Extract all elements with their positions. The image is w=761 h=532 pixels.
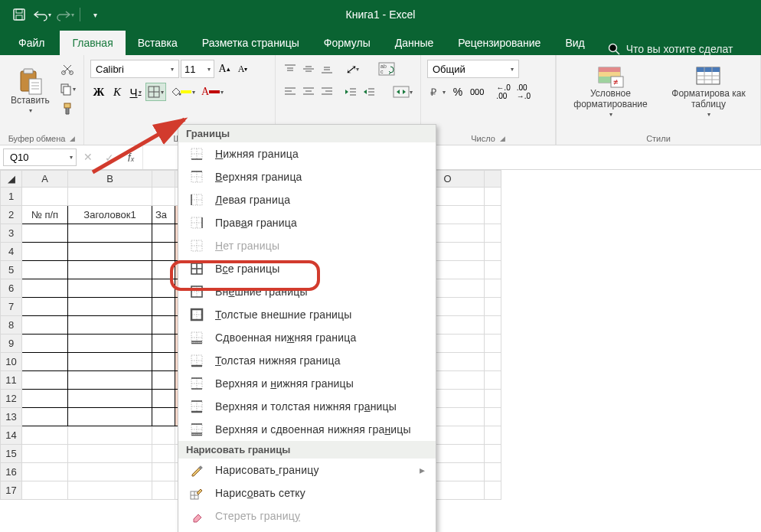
cell[interactable]: Заголовок1 [68,206,152,224]
accounting-format-button[interactable]: ₽▾ [427,83,448,101]
comma-button[interactable]: 000 [468,83,486,101]
row-header[interactable]: 13 [1,408,22,426]
cell[interactable] [485,353,501,371]
border-draw-item[interactable]: Нарисовать сетку [178,481,436,504]
cell[interactable] [68,353,152,371]
cell[interactable] [22,371,68,390]
font-color-button[interactable]: A ▾ [199,83,226,101]
wrap-text-button[interactable]: abc [377,60,397,78]
align-left-button[interactable] [282,83,299,101]
underline-button[interactable]: Ч▾ [127,83,144,101]
decrease-indent-button[interactable] [342,83,359,101]
cell[interactable] [22,298,68,316]
cell[interactable] [152,445,175,463]
cell[interactable] [485,445,501,463]
cell[interactable] [68,224,152,243]
cell[interactable] [485,206,501,224]
cell[interactable] [68,316,152,335]
format-as-table-button[interactable]: Форматирова как таблицу▾ [663,58,754,124]
align-center-button[interactable] [300,83,317,101]
row-header[interactable]: 1 [1,188,22,206]
border-menu-item[interactable]: Верхняя и нижняя границы [178,372,436,395]
increase-decimal-button[interactable]: ←.0.00 [494,83,512,101]
cell[interactable] [152,408,175,426]
tab-formulas[interactable]: Формулы [312,31,383,55]
bold-button[interactable]: Ж [90,83,107,101]
cell[interactable] [152,390,175,408]
cell[interactable] [22,316,68,335]
cell[interactable] [485,316,501,335]
cell[interactable] [22,408,68,426]
border-menu-item[interactable]: Нет границы [178,234,436,257]
qat-save-button[interactable] [10,5,28,24]
cell[interactable] [152,188,175,206]
select-all-corner[interactable]: ◢ [1,171,22,188]
row-header[interactable]: 8 [1,316,22,335]
cell[interactable] [22,224,68,243]
name-box[interactable]: Q10▾ [3,149,77,166]
qat-undo-button[interactable]: ▾ [33,5,51,24]
cell[interactable] [22,445,68,463]
tab-data[interactable]: Данные [383,31,446,55]
cell[interactable] [22,335,68,353]
cell[interactable] [485,298,501,316]
row-header[interactable]: 12 [1,390,22,408]
cell[interactable] [68,408,152,426]
cell[interactable] [485,408,501,426]
italic-button[interactable]: К [109,83,126,101]
tab-home[interactable]: Главная [60,31,125,55]
clipboard-dialog-launcher[interactable]: ◢ [70,135,75,142]
grow-font-button[interactable]: A▴ [216,60,233,78]
cell[interactable] [485,279,501,298]
col-header[interactable]: A [22,171,68,188]
orientation-button[interactable]: ⤢▾ [343,60,361,78]
cell[interactable] [22,188,68,206]
row-header[interactable]: 15 [1,445,22,463]
tab-page-layout[interactable]: Разметка страницы [190,31,312,55]
qat-redo-button[interactable]: ▾ [56,5,74,24]
row-header[interactable]: 6 [1,279,22,298]
cell[interactable] [152,316,175,335]
row-header[interactable]: 11 [1,371,22,390]
cell[interactable] [22,481,68,500]
border-menu-item[interactable]: Левая граница [178,188,436,211]
border-menu-item[interactable]: Все границы [178,257,436,280]
row-header[interactable]: 10 [1,353,22,371]
cut-button[interactable] [57,60,78,78]
row-header[interactable]: 17 [1,481,22,500]
cell[interactable] [68,463,152,481]
cell[interactable] [152,243,175,261]
cell[interactable] [485,390,501,408]
cell[interactable]: № п/п [22,206,68,224]
font-name-combo[interactable]: Calibri▾ [90,60,179,78]
cell[interactable] [152,335,175,353]
cell[interactable] [152,261,175,279]
tab-view[interactable]: Вид [553,31,596,55]
row-header[interactable]: 9 [1,335,22,353]
tell-me-search[interactable]: Что вы хотите сделат [608,43,733,55]
col-header[interactable]: B [68,171,152,188]
border-draw-item[interactable]: Стереть границу [178,504,436,527]
cell[interactable] [22,243,68,261]
cell[interactable] [152,481,175,500]
cell[interactable] [22,463,68,481]
cell[interactable] [152,224,175,243]
cell[interactable] [68,243,152,261]
border-menu-item[interactable]: Толстые внешние границы [178,303,436,326]
border-menu-item[interactable]: Нижняя граница [178,142,436,165]
cell[interactable] [22,261,68,279]
cell[interactable] [152,463,175,481]
cell[interactable] [22,390,68,408]
row-header[interactable]: 3 [1,224,22,243]
cell[interactable] [485,261,501,279]
formula-cancel-button[interactable]: ✕ [80,151,96,164]
row-header[interactable]: 2 [1,206,22,224]
cell[interactable] [485,371,501,390]
cell[interactable] [485,481,501,500]
cell[interactable] [485,335,501,353]
border-menu-item[interactable]: Верхняя и толстая нижняя границы [178,395,436,418]
merge-button[interactable]: ▾ [392,83,414,101]
cell[interactable] [68,445,152,463]
border-menu-item[interactable]: Сдвоенная нижняя граница [178,326,436,349]
number-format-combo[interactable]: Общий▾ [427,60,519,78]
